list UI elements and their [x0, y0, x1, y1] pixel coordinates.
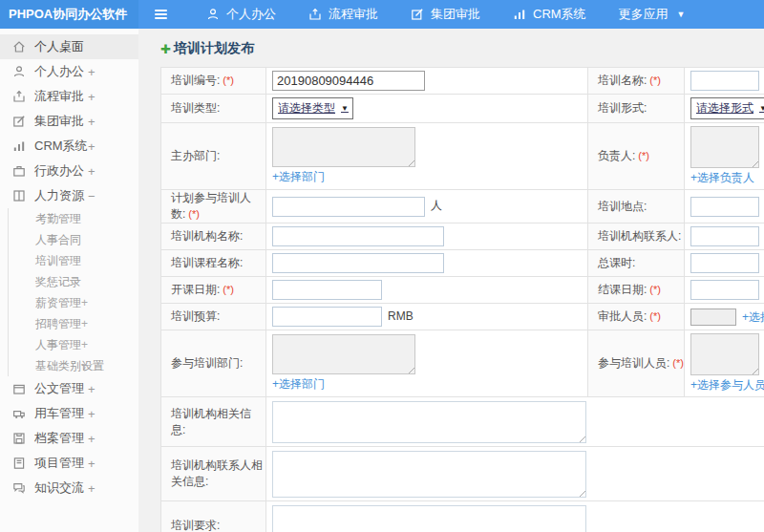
- hamburger-menu-icon[interactable]: [144, 0, 177, 29]
- join-people-textarea[interactable]: [690, 333, 759, 375]
- org-info-textarea[interactable]: [272, 401, 586, 443]
- nav-item-流程审批[interactable]: 流程审批: [292, 0, 394, 29]
- training-no-input[interactable]: [272, 71, 425, 91]
- expand-icon[interactable]: +: [81, 317, 88, 330]
- nav-item-label: 更多应用: [619, 6, 668, 23]
- briefcase-icon: [12, 164, 26, 178]
- org-contact-input[interactable]: [690, 226, 759, 246]
- leader-textarea[interactable]: [690, 126, 759, 168]
- row-planned-count: 计划参与培训人数:(*) 人 培训地点:: [161, 190, 764, 223]
- end-date-label: 结课日期:: [598, 283, 647, 296]
- expand-icon[interactable]: −: [88, 189, 96, 203]
- expand-icon[interactable]: +: [81, 296, 88, 309]
- sidebar-item-用车管理[interactable]: 用车管理+: [0, 401, 138, 426]
- workflow-icon: [12, 90, 26, 103]
- budget-input[interactable]: [272, 307, 382, 327]
- course-name-input[interactable]: [272, 253, 444, 273]
- org-contact-label: 培训机构联系人:: [598, 229, 681, 243]
- start-date-input[interactable]: [272, 280, 382, 300]
- sidebar-item-项目管理[interactable]: 项目管理+: [0, 451, 138, 476]
- sidebar-item-个人办公[interactable]: 个人办公+: [0, 59, 138, 84]
- expand-icon[interactable]: +: [88, 90, 96, 104]
- expand-icon[interactable]: +: [81, 338, 88, 351]
- sidebar-item-label: 个人桌面: [34, 38, 84, 55]
- end-date-input[interactable]: [690, 280, 759, 300]
- sidebar-item-公文管理[interactable]: 公文管理+: [0, 376, 138, 401]
- expand-icon[interactable]: +: [88, 407, 96, 421]
- expand-icon[interactable]: +: [88, 382, 96, 396]
- nav-item-label: 集团审批: [431, 6, 480, 23]
- top-navigation: 个人办公流程审批集团审批CRM系统更多应用▼: [190, 0, 702, 29]
- sidebar-subitem-考勤管理[interactable]: 考勤管理: [8, 208, 138, 229]
- select-dept-link[interactable]: +选择部门: [272, 169, 325, 185]
- requirements-textarea[interactable]: [272, 505, 586, 532]
- sidebar-item-行政办公[interactable]: 行政办公+: [0, 159, 138, 183]
- sidebar-item-知识交流[interactable]: 知识交流+: [0, 476, 138, 500]
- sidebar-subitem-培训管理[interactable]: 培训管理: [8, 250, 138, 271]
- expand-icon[interactable]: +: [88, 164, 96, 179]
- nav-item-集团审批[interactable]: 集团审批: [394, 0, 497, 29]
- nav-item-个人办公[interactable]: 个人办公: [190, 0, 292, 29]
- budget-label: 培训预算:: [171, 309, 220, 323]
- sidebar-subitem-薪资管理[interactable]: 薪资管理+: [8, 292, 138, 313]
- planned-count-input[interactable]: [272, 197, 425, 217]
- sidebar-item-集团审批[interactable]: 集团审批+: [0, 109, 138, 134]
- sidebar-item-label: 人事管理: [35, 337, 81, 353]
- page-title: ✚ 培训计划发布: [160, 39, 764, 58]
- hr-book-icon: [12, 189, 26, 202]
- home-icon: [12, 40, 26, 53]
- expand-icon[interactable]: +: [81, 359, 88, 372]
- join-dept-textarea[interactable]: [272, 334, 415, 374]
- sidebar-item-流程审批[interactable]: 流程审批+: [0, 84, 138, 109]
- training-name-label: 培训名称:: [598, 74, 647, 87]
- user-icon: [206, 8, 220, 21]
- main-content: ✚ 培训计划发布 培训编号:(*) 培训名称:(*) 培训类型: 请选择类型▼ …: [138, 29, 764, 532]
- sidebar-subitem-招聘管理[interactable]: 招聘管理+: [8, 313, 138, 334]
- nav-item-label: CRM系统: [533, 6, 586, 23]
- sidebar-item-label: 知识交流: [34, 479, 84, 497]
- sidebar-item-CRM系统[interactable]: CRM系统+: [0, 134, 138, 159]
- row-training-type: 培训类型: 请选择类型▼ 培训形式: 请选择形式▼: [161, 95, 764, 123]
- row-training-no: 培训编号:(*) 培训名称:(*): [161, 68, 764, 95]
- org-name-input[interactable]: [272, 226, 444, 246]
- expand-icon[interactable]: +: [88, 481, 96, 496]
- training-form-select[interactable]: 请选择形式▼: [690, 97, 764, 119]
- sidebar-item-个人桌面[interactable]: 个人桌面: [0, 34, 138, 59]
- host-dept-textarea[interactable]: [272, 127, 415, 167]
- total-hours-label: 总课时:: [598, 256, 635, 269]
- training-type-select[interactable]: 请选择类型▼: [272, 97, 353, 119]
- expand-icon[interactable]: +: [88, 457, 96, 471]
- select-approver-link[interactable]: +选择审批人员: [742, 309, 764, 326]
- total-hours-input[interactable]: [690, 253, 759, 273]
- sidebar-subitem-基础类别设置[interactable]: 基础类别设置+: [8, 355, 138, 376]
- training-type-label: 培训类型:: [171, 101, 220, 115]
- sidebar-item-label: 考勤管理: [35, 211, 81, 227]
- location-label: 培训地点:: [598, 200, 647, 213]
- car-icon: [12, 407, 26, 420]
- location-input[interactable]: [690, 197, 759, 217]
- expand-icon[interactable]: +: [88, 115, 96, 129]
- select-leader-link[interactable]: +选择负责人: [690, 170, 754, 186]
- sidebar-item-人力资源[interactable]: 人力资源−: [0, 183, 138, 208]
- select-join-dept-link[interactable]: +选择部门: [272, 376, 325, 393]
- expand-icon[interactable]: +: [88, 65, 96, 79]
- sidebar-subitem-人事合同[interactable]: 人事合同: [8, 229, 138, 250]
- sidebar-subitem-人事管理[interactable]: 人事管理+: [8, 334, 138, 355]
- expand-icon[interactable]: +: [88, 139, 96, 154]
- approver-input[interactable]: [690, 309, 736, 326]
- select-join-people-link[interactable]: +选择参与人员: [690, 377, 764, 394]
- org-contact-info-textarea[interactable]: [272, 451, 586, 498]
- sidebar-subitem-奖惩记录[interactable]: 奖惩记录: [8, 271, 138, 292]
- sidebar-item-档案管理[interactable]: 档案管理+: [0, 426, 138, 451]
- chevron-down-icon: ▼: [677, 10, 686, 19]
- training-name-input[interactable]: [690, 71, 759, 91]
- chevron-down-icon: ▼: [759, 104, 764, 113]
- sidebar-item-label: 集团审批: [34, 113, 84, 130]
- nav-item-更多应用[interactable]: 更多应用▼: [603, 0, 702, 29]
- sidebar-item-label: 项目管理: [34, 455, 84, 472]
- sidebar-item-label: 培训管理: [35, 253, 81, 269]
- expand-icon[interactable]: +: [88, 432, 96, 446]
- training-no-label: 培训编号:: [171, 74, 220, 87]
- nav-item-CRM系统[interactable]: CRM系统: [497, 0, 603, 29]
- top-bar: PHPOA协同办公软件 个人办公流程审批集团审批CRM系统更多应用▼: [0, 0, 764, 29]
